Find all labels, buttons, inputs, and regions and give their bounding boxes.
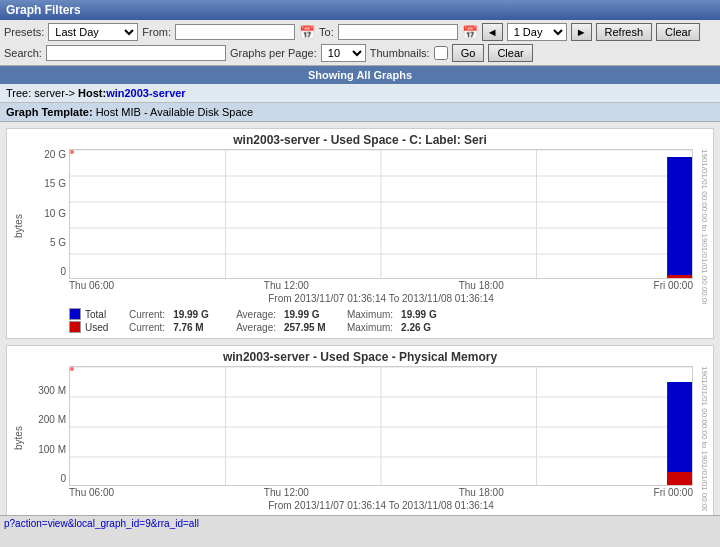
from-input[interactable]: 2013-11-07 01:36: [175, 24, 295, 40]
svg-point-11: [70, 150, 74, 154]
bottom-status-text: p?action=view&local_graph_id=9&rra_id=al…: [4, 518, 199, 529]
title-label: Graph Filters: [6, 3, 81, 17]
legend-name-used: Used: [85, 322, 125, 333]
y-tick-2-1: 100 M: [38, 444, 66, 455]
control-row-1: Presets: Last Day From: 2013-11-07 01:36…: [4, 23, 716, 41]
calendar-icon-2[interactable]: 📅: [462, 25, 478, 40]
to-label: To:: [319, 26, 334, 38]
side-text-area-1: 1901/01/01 00:00:00 to 1901/01/01 00:00:…: [693, 149, 709, 304]
side-text-2: 1901/01/01 00:00:00 to 1901/01/01 00:00:…: [700, 366, 709, 511]
x-tick-2-4: Fri 00:00: [654, 487, 693, 498]
chart-area-2: [69, 366, 693, 486]
presets-label: Presets:: [4, 26, 44, 38]
legend-row-1-1: Total Current: 19.99 G Average: 19.99 G …: [69, 308, 709, 320]
date-range-1: From 2013/11/07 01:36:14 To 2013/11/08 0…: [69, 293, 693, 304]
next-btn[interactable]: ►: [571, 23, 592, 41]
max-value-used: 2.26 G: [401, 322, 456, 333]
y-tick-2: 5 G: [50, 237, 66, 248]
graph-template-value: Host MIB - Available Disk Space: [96, 106, 254, 118]
status-bar: Showing All Graphs: [0, 66, 720, 84]
y-label-1: bytes: [11, 149, 29, 304]
avg-label-used: Average:: [236, 322, 276, 333]
legend-stats-used: Current: 7.76 M Average: 257.95 M Maximu…: [129, 322, 456, 333]
side-text-1: 1901/01/01 00:00:00 to 1901/01/01 00:00:…: [700, 149, 709, 304]
max-value-total: 19.99 G: [401, 309, 456, 320]
tree-value: server->: [34, 87, 75, 99]
thumbnails-label: Thumbnails:: [370, 47, 430, 59]
tree-label: Tree:: [6, 87, 31, 99]
main-content: win2003-server - Used Space - C: Label: …: [0, 122, 720, 515]
prev-btn[interactable]: ◄: [482, 23, 503, 41]
svg-point-22: [70, 367, 74, 371]
svg-rect-20: [667, 382, 692, 485]
host-link[interactable]: win2003-server: [106, 87, 186, 99]
x-tick-1-3: Thu 18:00: [459, 280, 504, 291]
search-input[interactable]: [46, 45, 226, 61]
legend-name-total: Total: [85, 309, 125, 320]
legend-area-1: Total Current: 19.99 G Average: 19.99 G …: [69, 308, 709, 334]
date-range-2: From 2013/11/07 01:36:14 To 2013/11/08 0…: [69, 500, 693, 511]
graphs-per-page-label: Graphs per Page:: [230, 47, 317, 59]
avg-label-total: Average:: [236, 309, 276, 320]
y-tick-4: 15 G: [44, 178, 66, 189]
thumbnails-checkbox[interactable]: [434, 46, 448, 60]
current-value-used: 7.76 M: [173, 322, 228, 333]
y-tick-5: 20 G: [44, 149, 66, 160]
go-button[interactable]: Go: [452, 44, 485, 62]
x-tick-2-3: Thu 18:00: [459, 487, 504, 498]
side-text-area-2: 1901/01/01 00:00:00 to 1901/01/01 00:00:…: [693, 366, 709, 511]
current-label-used: Current:: [129, 322, 165, 333]
controls-area: Presets: Last Day From: 2013-11-07 01:36…: [0, 20, 720, 66]
refresh-button[interactable]: Refresh: [596, 23, 653, 41]
y-axis-1: 20 G 15 G 10 G 5 G 0: [29, 149, 69, 279]
control-row-2: Search: Graphs per Page: 10 20 50 Thumbn…: [4, 44, 716, 62]
status-text: Showing All Graphs: [308, 69, 412, 81]
y-tick-1: 0: [60, 266, 66, 277]
search-label: Search:: [4, 47, 42, 59]
chart-svg-2: [70, 367, 692, 485]
legend-color-used: [69, 321, 81, 333]
to-input[interactable]: 2013-11-08 01:36: [338, 24, 458, 40]
avg-value-total: 19.99 G: [284, 309, 339, 320]
svg-rect-9: [667, 157, 692, 278]
x-tick-2-1: Thu 06:00: [69, 487, 114, 498]
max-label-used: Maximum:: [347, 322, 393, 333]
y-tick-2-0: 0: [60, 473, 66, 484]
graph-section-2: win2003-server - Used Space - Physical M…: [6, 345, 714, 515]
per-page-select[interactable]: 10 20 50: [321, 44, 366, 62]
y-tick-2-3: 300 M: [38, 385, 66, 396]
svg-rect-21: [667, 472, 692, 485]
calendar-icon[interactable]: 📅: [299, 25, 315, 40]
x-tick-1-1: Thu 06:00: [69, 280, 114, 291]
max-label-total: Maximum:: [347, 309, 393, 320]
legend-stats-total: Current: 19.99 G Average: 19.99 G Maximu…: [129, 309, 456, 320]
x-tick-2-2: Thu 12:00: [264, 487, 309, 498]
from-label: From:: [142, 26, 171, 38]
bottom-status: p?action=view&local_graph_id=9&rra_id=al…: [0, 515, 720, 533]
current-label-total: Current:: [129, 309, 165, 320]
current-value-total: 19.99 G: [173, 309, 228, 320]
title-bar: Graph Filters: [0, 0, 720, 20]
x-tick-1-4: Fri 00:00: [654, 280, 693, 291]
clear-button[interactable]: Clear: [656, 23, 700, 41]
y-tick-3: 10 G: [44, 208, 66, 219]
y-label-2: bytes: [11, 366, 29, 511]
graph-template-header: Graph Template: Host MIB - Available Dis…: [0, 103, 720, 122]
clear2-button[interactable]: Clear: [488, 44, 532, 62]
y-tick-2-2: 200 M: [38, 414, 66, 425]
host-label: Host:: [78, 87, 106, 99]
graph-title-2: win2003-server - Used Space - Physical M…: [11, 350, 709, 364]
breadcrumb: Tree: server-> Host:win2003-server: [0, 84, 720, 103]
legend-color-total: [69, 308, 81, 320]
x-axis-labels-1: Thu 06:00 Thu 12:00 Thu 18:00 Fri 00:00: [69, 280, 693, 291]
interval-select[interactable]: 1 Day 1 Hour 1 Week: [507, 23, 567, 41]
graph-template-label: Graph Template:: [6, 106, 93, 118]
chart-area-1: [69, 149, 693, 279]
svg-rect-10: [667, 275, 692, 278]
graph-section-1: win2003-server - Used Space - C: Label: …: [6, 128, 714, 339]
graph-title-1: win2003-server - Used Space - C: Label: …: [11, 133, 709, 147]
presets-select[interactable]: Last Day: [48, 23, 138, 41]
legend-row-1-2: Used Current: 7.76 M Average: 257.95 M M…: [69, 321, 709, 333]
chart-svg-1: [70, 150, 692, 278]
x-axis-labels-2: Thu 06:00 Thu 12:00 Thu 18:00 Fri 00:00: [69, 487, 693, 498]
